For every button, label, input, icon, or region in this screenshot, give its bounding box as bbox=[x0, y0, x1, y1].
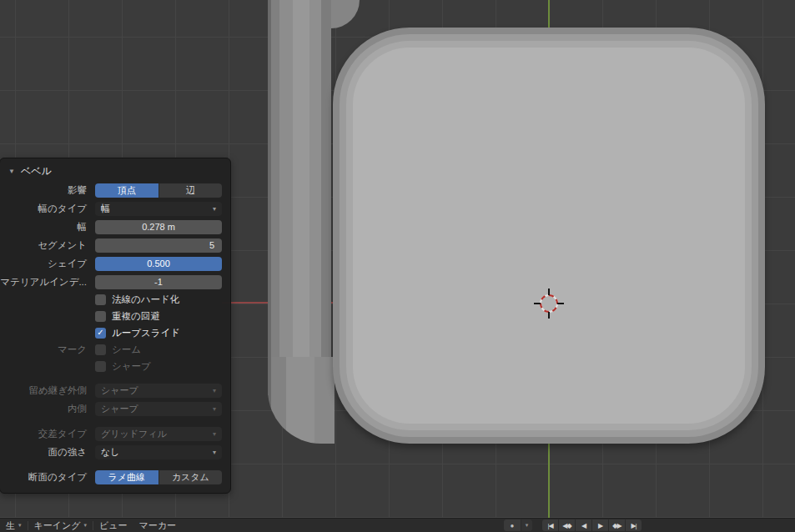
width-type-label: 幅のタイプ bbox=[0, 203, 95, 215]
miter-outer-row: 留め継ぎ外側 シャープ ▾ bbox=[0, 383, 222, 398]
loop-slide-label: ループスライド bbox=[112, 327, 180, 339]
clamp-overlap-row: 重複の回避 bbox=[0, 309, 222, 323]
segments-label: セグメント bbox=[0, 239, 95, 252]
width-type-value: 幅 bbox=[101, 203, 110, 215]
menu-view[interactable]: ビュー bbox=[93, 519, 133, 532]
mark-label: マーク bbox=[0, 344, 95, 356]
chevron-down-icon: ▾ bbox=[213, 205, 216, 213]
affect-label: 影響 bbox=[0, 184, 95, 197]
clamp-overlap-option: 重複の回避 bbox=[95, 309, 222, 323]
material-index-field[interactable]: -1 bbox=[95, 275, 222, 289]
miter-inner-row: 内側 シャープ ▾ bbox=[0, 401, 222, 416]
jump-to-end-button[interactable]: ▶| bbox=[626, 519, 642, 531]
beveled-mesh-object[interactable] bbox=[333, 28, 765, 444]
menu-keying[interactable]: キーイング ▾ bbox=[28, 519, 93, 532]
shape-label: シェイプ bbox=[0, 258, 95, 270]
width-field[interactable]: 0.278 m bbox=[95, 220, 222, 234]
harden-normals-option: 法線のハード化 bbox=[95, 293, 222, 306]
chevron-down-icon: ▾ bbox=[84, 522, 88, 529]
chevron-down-icon: ▾ bbox=[18, 522, 22, 529]
checkmark-icon: ✓ bbox=[95, 328, 106, 339]
miter-outer-dropdown[interactable]: シャープ ▾ bbox=[95, 384, 222, 398]
affect-edges-button[interactable]: 辺 bbox=[158, 183, 223, 198]
intersection-type-label: 交差タイプ bbox=[0, 428, 95, 440]
face-strength-dropdown[interactable]: なし ▾ bbox=[95, 445, 222, 459]
affect-row: 影響 頂点 辺 bbox=[0, 183, 222, 198]
play-button[interactable]: ▶ bbox=[592, 519, 608, 531]
harden-normals-row: 法線のハード化 bbox=[0, 293, 222, 306]
profile-custom-button[interactable]: カスタム bbox=[158, 470, 223, 484]
miter-inner-label: 内側 bbox=[0, 403, 95, 415]
clamp-overlap-label: 重複の回避 bbox=[112, 310, 160, 323]
affect-segmented-control: 頂点 辺 bbox=[95, 183, 222, 198]
miter-inner-dropdown[interactable]: シャープ ▾ bbox=[95, 402, 222, 416]
mark-sharp-row: シャープ bbox=[0, 359, 222, 373]
jump-to-start-button[interactable]: |◀ bbox=[542, 519, 558, 531]
seam-label: シーム bbox=[112, 344, 141, 356]
harden-normals-label: 法線のハード化 bbox=[112, 294, 179, 306]
3d-cursor-tick bbox=[534, 303, 541, 304]
chevron-down-icon: ▾ bbox=[526, 522, 529, 529]
chevron-down-icon: ▾ bbox=[213, 387, 216, 394]
profile-type-row: 断面のタイプ ラメ曲線 カスタム bbox=[0, 469, 222, 484]
intersection-type-row: 交差タイプ グリッドフィル ▾ bbox=[0, 426, 222, 441]
menu-playback[interactable]: 生 ▾ bbox=[0, 519, 28, 532]
3d-cursor-dashed-ring bbox=[540, 294, 558, 313]
miter-inner-value: シャープ bbox=[101, 403, 138, 415]
menu-view-label: ビュー bbox=[99, 519, 128, 532]
seam-checkbox[interactable] bbox=[95, 344, 106, 355]
record-icon: ● bbox=[511, 522, 515, 529]
loop-slide-checkbox[interactable]: ✓ bbox=[95, 328, 106, 339]
sharp-checkbox[interactable] bbox=[95, 361, 106, 372]
loop-slide-option: ✓ ループスライド bbox=[95, 326, 222, 339]
affect-vertices-button[interactable]: 頂点 bbox=[95, 183, 158, 198]
mesh-band-top-curve bbox=[331, 0, 360, 28]
segments-field[interactable]: 5 bbox=[95, 238, 222, 253]
chevron-down-icon: ▾ bbox=[213, 449, 216, 456]
timeline-header-bar: 生 ▾ キーイング ▾ ビュー マーカー ● ▾ |◀ ◀◆ ◀ ▶ ◆▶ ▶| bbox=[0, 518, 795, 532]
chevron-down-icon: ▾ bbox=[213, 430, 216, 438]
bevel-operator-panel: ▼ ベベル 影響 頂点 辺 幅のタイプ 幅 ▾ 幅 0.278 m セグメント … bbox=[0, 158, 231, 494]
intersection-type-value: グリッドフィル bbox=[101, 428, 167, 440]
prev-keyframe-button[interactable]: ◀◆ bbox=[559, 519, 575, 531]
loop-slide-row: ✓ ループスライド bbox=[0, 326, 222, 339]
miter-outer-value: シャープ bbox=[101, 384, 138, 397]
sharp-label: シャープ bbox=[112, 360, 151, 373]
record-button[interactable]: ● bbox=[504, 519, 521, 531]
width-type-row: 幅のタイプ 幅 ▾ bbox=[0, 201, 222, 216]
shape-row: シェイプ 0.500 bbox=[0, 256, 222, 271]
harden-normals-checkbox[interactable] bbox=[95, 294, 106, 305]
width-label: 幅 bbox=[0, 221, 95, 233]
3d-cursor-tick bbox=[548, 289, 550, 295]
mesh-side-band bbox=[268, 0, 331, 395]
width-type-dropdown[interactable]: 幅 ▾ bbox=[95, 202, 222, 216]
miter-outer-label: 留め継ぎ外側 bbox=[0, 384, 95, 397]
shape-slider[interactable]: 0.500 bbox=[95, 257, 222, 271]
intersection-type-dropdown[interactable]: グリッドフィル ▾ bbox=[95, 427, 222, 441]
panel-header[interactable]: ▼ ベベル bbox=[0, 163, 222, 179]
face-strength-row: 面の強さ なし ▾ bbox=[0, 444, 222, 459]
segments-row: セグメント 5 bbox=[0, 238, 222, 253]
face-strength-value: なし bbox=[101, 446, 120, 459]
3d-cursor-tick bbox=[548, 312, 550, 319]
mesh-band-foot bbox=[268, 357, 335, 444]
menu-marker[interactable]: マーカー bbox=[133, 519, 183, 532]
record-options-chevron[interactable]: ▾ bbox=[521, 519, 532, 531]
material-index-row: マテリアルインデ... -1 bbox=[0, 274, 222, 289]
face-strength-label: 面の強さ bbox=[0, 446, 95, 459]
auto-key-group: ● ▾ bbox=[504, 519, 532, 531]
panel-title: ベベル bbox=[21, 164, 52, 178]
menu-keying-label: キーイング bbox=[34, 519, 81, 532]
collapse-caret-icon: ▼ bbox=[8, 168, 15, 175]
mesh-face bbox=[353, 48, 745, 424]
play-reverse-button[interactable]: ◀ bbox=[576, 519, 591, 531]
profile-type-label: 断面のタイプ bbox=[0, 471, 95, 484]
profile-type-segmented-control: ラメ曲線 カスタム bbox=[95, 470, 222, 484]
menu-playback-label: 生 bbox=[6, 519, 15, 532]
clamp-overlap-checkbox[interactable] bbox=[95, 311, 106, 322]
material-index-label: マテリアルインデ... bbox=[0, 276, 95, 289]
profile-superellipse-button[interactable]: ラメ曲線 bbox=[95, 470, 158, 484]
next-keyframe-button[interactable]: ◆▶ bbox=[609, 519, 625, 531]
playback-transport-controls: |◀ ◀◆ ◀ ▶ ◆▶ ▶| bbox=[542, 519, 642, 531]
mark-seam-option: シーム bbox=[95, 343, 222, 356]
